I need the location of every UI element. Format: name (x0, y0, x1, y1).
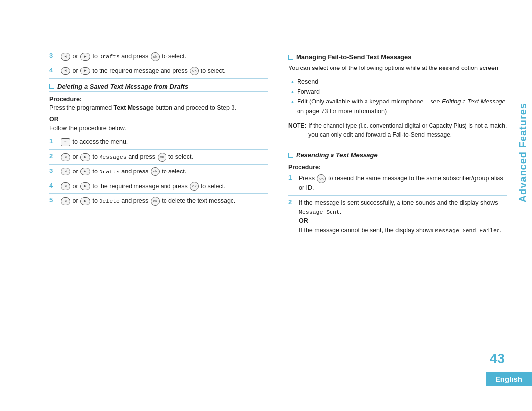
main-content: 3 or to Drafts and press to select. 4 or… (49, 49, 507, 352)
right-arrow-icon (80, 153, 90, 161)
right-arrow-icon (80, 182, 90, 190)
section-title-text: Deleting a Saved Text Message from Draft… (57, 83, 188, 90)
note-label: NOTE: (288, 121, 306, 139)
step-number: 1 (288, 174, 296, 181)
section-square-icon (288, 153, 293, 158)
sidebar-label: Advanced Features (513, 0, 532, 306)
managing-section-title: Managing Fail-to-Send Text Messages (288, 53, 507, 62)
procedure-label: Procedure: (49, 96, 268, 103)
right-column: Managing Fail-to-Send Text Messages You … (288, 49, 507, 352)
step-4: 4 or to the required message and press t… (49, 179, 268, 194)
step-number: 3 (49, 167, 57, 174)
note-block: NOTE: If the channel type (i.e. conventi… (288, 121, 507, 139)
list-item: Forward (291, 87, 507, 97)
right-arrow-icon (80, 67, 90, 75)
top-step-4: 4 or to the required message and press t… (49, 64, 268, 79)
mono-text: Drafts (99, 53, 119, 60)
list-item: Resend (291, 77, 507, 87)
section-square-icon (288, 55, 293, 60)
italic-text: Editing a Text Message (442, 98, 505, 105)
step-content: to access the menu. (60, 137, 268, 147)
step-content: or to the required message and press to … (60, 182, 268, 191)
step-2: 2 or to Messages and press to select. (49, 150, 268, 165)
step-number: 5 (49, 196, 57, 204)
step-content: or to Drafts and press to select. (60, 167, 268, 176)
top-step-3: 3 or to Drafts and press to select. (49, 49, 268, 64)
mono-text: Message Send Failed (435, 227, 500, 234)
resend-step-1: 1 Press to resend the same message to th… (288, 171, 507, 196)
step-1: 1 to access the menu. (49, 135, 268, 150)
managing-intro: You can select one of the following opti… (288, 64, 507, 73)
bold-text: Text Message (114, 104, 154, 111)
resending-title-text: Resending a Text Message (296, 151, 378, 159)
managing-title-text: Managing Fail-to-Send Text Messages (296, 53, 412, 61)
ok-button-icon (190, 67, 199, 75)
ok-button-icon (151, 167, 160, 176)
page-container: Advanced Features 3 or to Drafts and pre… (0, 0, 532, 411)
ok-button-icon (190, 182, 199, 191)
section-square-icon (49, 84, 54, 89)
left-column: 3 or to Drafts and press to select. 4 or… (49, 49, 268, 352)
english-badge: English (486, 372, 532, 386)
note-text: If the channel type (i.e. conventional d… (308, 121, 507, 139)
procedure-label-resend: Procedure: (288, 164, 507, 171)
step-content: If the message is sent successfully, a t… (299, 198, 507, 235)
left-arrow-icon (61, 153, 70, 161)
resending-section-title: Resending a Text Message (288, 148, 507, 160)
ok-button-icon (151, 197, 160, 206)
follow-text: Follow the procedure below. (49, 124, 268, 133)
procedure-intro: Press the programmed Text Message button… (49, 103, 268, 113)
right-arrow-icon (80, 53, 90, 61)
step-number: 4 (49, 67, 57, 74)
left-arrow-icon (61, 53, 70, 61)
or-label: OR (49, 116, 268, 123)
ok-button-icon (317, 174, 326, 183)
step-content: Press to resend the same message to the … (299, 174, 507, 193)
page-number: 43 (490, 351, 505, 367)
mono-text: Delete (99, 198, 119, 204)
right-arrow-icon (80, 168, 90, 175)
sidebar-text: Advanced Features (517, 103, 529, 203)
list-item: Edit (Only available with a keypad micro… (291, 97, 507, 116)
mono-text: Resend (439, 65, 459, 71)
step-content: or to Drafts and press to select. (60, 52, 268, 61)
menu-button-icon (61, 138, 70, 146)
ok-button-icon (158, 153, 166, 162)
options-list: Resend Forward Edit (Only available with… (288, 77, 507, 116)
step-content: or to Messages and press to select. (60, 152, 268, 162)
mono-text: Messages (99, 154, 126, 160)
step-5: 5 or to Delete and press to delete the t… (49, 194, 268, 208)
step-number: 3 (49, 52, 57, 59)
left-arrow-icon (61, 67, 70, 75)
resend-step-2: 2 If the message is sent successfully, a… (288, 196, 507, 238)
left-arrow-icon (61, 182, 70, 190)
step-3: 3 or to Drafts and press to select. (49, 165, 268, 179)
step-number: 2 (49, 152, 57, 160)
step-content: or to the required message and press to … (60, 67, 268, 76)
step-number: 4 (49, 182, 57, 189)
left-arrow-icon (61, 168, 70, 175)
deleting-section-title: Deleting a Saved Text Message from Draft… (49, 83, 268, 92)
step-number: 1 (49, 137, 57, 145)
right-arrow-icon (80, 197, 90, 205)
ok-button-icon (151, 52, 160, 61)
left-arrow-icon (61, 197, 70, 205)
or-label: OR (299, 217, 308, 224)
step-content: or to Delete and press to delete the tex… (60, 196, 268, 206)
step-number: 2 (288, 198, 296, 206)
mono-text: Drafts (99, 169, 119, 175)
mono-text: Message Sent (299, 209, 340, 215)
